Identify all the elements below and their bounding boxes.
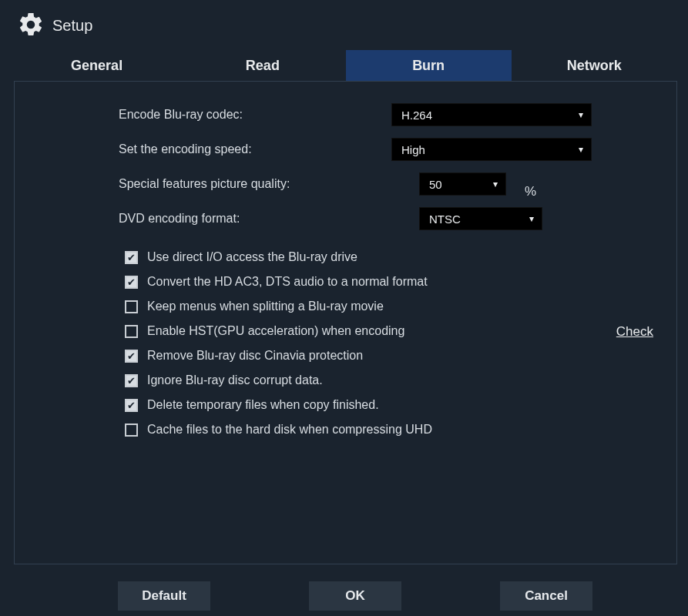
checkbox-label-delete-temp[interactable]: Delete temporary files when copy finishe… bbox=[147, 398, 379, 412]
default-button[interactable]: Default bbox=[118, 581, 210, 611]
checkbox-cache-uhd[interactable] bbox=[125, 424, 138, 437]
check-row-cache-uhd: Cache files to the hard disk when compre… bbox=[125, 423, 592, 437]
check-row-delete-temp: Delete temporary files when copy finishe… bbox=[125, 398, 592, 412]
quality-value: 50 bbox=[429, 178, 442, 191]
dvd-label: DVD encoding format: bbox=[119, 212, 419, 226]
dvd-select[interactable]: NTSC bbox=[419, 207, 542, 230]
quality-unit: % bbox=[525, 184, 536, 199]
check-row-ignore-corrupt: Ignore Blu-ray disc corrupt data. bbox=[125, 373, 592, 387]
window-title: Setup bbox=[52, 17, 92, 35]
cancel-button[interactable]: Cancel bbox=[500, 581, 592, 611]
check-row-convert-hd: Convert the HD AC3, DTS audio to a norma… bbox=[125, 275, 592, 289]
checkbox-ignore-corrupt[interactable] bbox=[125, 374, 138, 387]
checkbox-group: Use direct I/O access the Blu-ray drive … bbox=[119, 250, 592, 437]
check-row-keep-menus: Keep menus when splitting a Blu-ray movi… bbox=[125, 300, 592, 313]
tab-burn[interactable]: Burn bbox=[346, 50, 512, 81]
speed-select[interactable]: High bbox=[391, 138, 592, 161]
check-row-remove-cinavia: Remove Blu-ray disc Cinavia protection bbox=[125, 349, 592, 363]
window-title-bar: Setup bbox=[14, 9, 677, 50]
checkbox-label-ignore-corrupt[interactable]: Ignore Blu-ray disc corrupt data. bbox=[147, 373, 323, 387]
checkbox-delete-temp[interactable] bbox=[125, 399, 138, 412]
codec-label: Encode Blu-ray codec: bbox=[119, 108, 391, 122]
tab-read[interactable]: Read bbox=[180, 50, 345, 81]
checkbox-label-convert-hd[interactable]: Convert the HD AC3, DTS audio to a norma… bbox=[147, 275, 428, 289]
dvd-value: NTSC bbox=[429, 213, 461, 226]
checkbox-label-enable-hst[interactable]: Enable HST(GPU acceleration) when encodi… bbox=[147, 324, 404, 338]
check-row-enable-hst: Enable HST(GPU acceleration) when encodi… bbox=[125, 324, 592, 338]
check-link[interactable]: Check bbox=[616, 324, 653, 340]
speed-label: Set the encoding speed: bbox=[119, 142, 391, 156]
checkbox-label-cache-uhd[interactable]: Cache files to the hard disk when compre… bbox=[147, 423, 432, 437]
checkbox-convert-hd[interactable] bbox=[125, 276, 138, 289]
codec-select[interactable]: H.264 bbox=[391, 103, 592, 126]
checkbox-remove-cinavia[interactable] bbox=[125, 350, 138, 363]
dialog-buttons: Default OK Cancel bbox=[14, 581, 677, 611]
speed-value: High bbox=[401, 143, 425, 156]
checkbox-keep-menus[interactable] bbox=[125, 300, 138, 313]
ok-button[interactable]: OK bbox=[309, 581, 401, 611]
tab-general[interactable]: General bbox=[14, 50, 180, 81]
gear-icon bbox=[17, 11, 45, 41]
tabs: General Read Burn Network bbox=[14, 50, 677, 81]
checkbox-label-direct-io[interactable]: Use direct I/O access the Blu-ray drive bbox=[147, 250, 357, 264]
checkbox-label-keep-menus[interactable]: Keep menus when splitting a Blu-ray movi… bbox=[147, 300, 384, 313]
check-row-direct-io: Use direct I/O access the Blu-ray drive bbox=[125, 250, 592, 264]
codec-value: H.264 bbox=[401, 109, 432, 122]
checkbox-label-remove-cinavia[interactable]: Remove Blu-ray disc Cinavia protection bbox=[147, 349, 363, 363]
tab-network[interactable]: Network bbox=[512, 50, 677, 81]
checkbox-direct-io[interactable] bbox=[125, 251, 138, 264]
quality-select[interactable]: 50 bbox=[419, 172, 506, 196]
settings-panel: Encode Blu-ray codec: H.264 Set the enco… bbox=[14, 81, 677, 564]
quality-label: Special features picture quality: bbox=[119, 177, 419, 191]
checkbox-enable-hst[interactable] bbox=[125, 325, 138, 338]
